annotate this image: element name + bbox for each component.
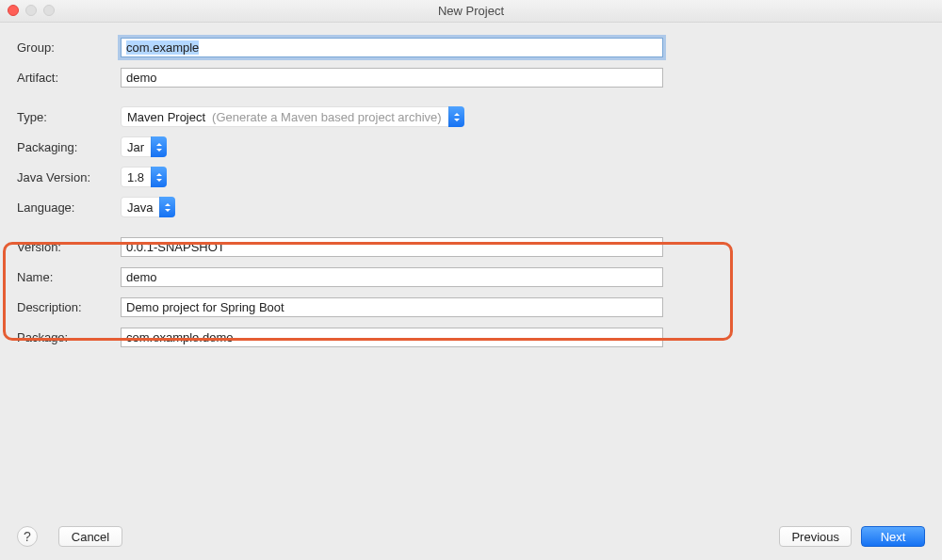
language-select[interactable]: Java (121, 197, 175, 217)
java-version-select[interactable]: 1.8 (121, 167, 167, 187)
type-select[interactable]: Maven Project (Generate a Maven based pr… (121, 106, 464, 127)
packaging-select[interactable]: Jar (121, 136, 167, 157)
language-select-value: Java (121, 197, 159, 217)
next-button[interactable]: Next (861, 526, 925, 547)
java-version-select-value: 1.8 (121, 167, 151, 187)
artifact-input[interactable] (121, 68, 663, 88)
group-input[interactable] (121, 38, 663, 57)
package-label: Package: (17, 330, 121, 344)
java-version-label: Java Version: (17, 170, 121, 184)
previous-button[interactable]: Previous (779, 526, 852, 547)
version-input[interactable] (121, 237, 663, 257)
window-controls (8, 5, 55, 16)
chevron-updown-icon (151, 136, 167, 157)
dialog-footer: ? Cancel Previous Next (17, 526, 925, 547)
language-label: Language: (17, 200, 121, 215)
packaging-select-value: Jar (121, 136, 151, 157)
help-button[interactable]: ? (17, 526, 38, 547)
type-label: Type: (17, 110, 121, 124)
cancel-button-label: Cancel (72, 530, 109, 544)
window-titlebar: New Project (0, 0, 942, 23)
chevron-updown-icon (151, 167, 167, 187)
chevron-updown-icon (159, 197, 175, 217)
type-select-hint: (Generate a Maven based project archive) (212, 106, 448, 127)
close-window-button[interactable] (8, 5, 19, 16)
minimize-window-button (25, 5, 37, 16)
previous-button-label: Previous (791, 530, 839, 544)
help-icon: ? (24, 529, 31, 544)
artifact-label: Artifact: (17, 71, 121, 85)
window-title: New Project (0, 4, 942, 18)
type-select-value: Maven Project (121, 106, 212, 127)
package-input[interactable] (121, 328, 663, 347)
packaging-label: Packaging: (17, 140, 121, 154)
zoom-window-button (43, 5, 55, 16)
form-content: Group: Artifact: Type: Maven Project (Ge… (0, 23, 942, 352)
cancel-button[interactable]: Cancel (58, 526, 122, 547)
description-label: Description: (17, 300, 121, 314)
version-label: Version: (17, 240, 121, 254)
description-input[interactable] (121, 297, 663, 317)
group-label: Group: (17, 40, 121, 55)
name-input[interactable] (121, 267, 663, 287)
next-button-label: Next (881, 530, 906, 544)
chevron-updown-icon (448, 106, 464, 127)
name-label: Name: (17, 270, 121, 284)
